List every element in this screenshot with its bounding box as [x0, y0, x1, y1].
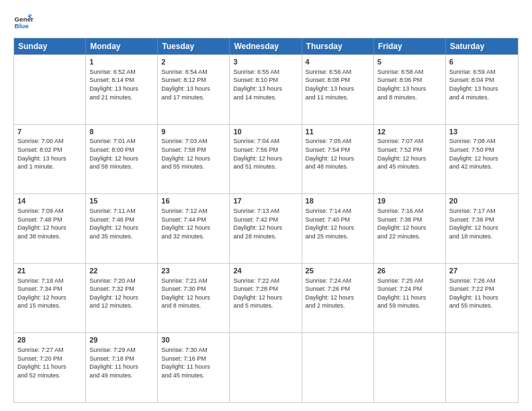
cal-cell: 15Sunrise: 7:11 AM Sunset: 7:46 PM Dayli… [86, 194, 158, 263]
cell-info: Sunrise: 7:08 AM Sunset: 7:50 PM Dayligh… [449, 137, 515, 171]
day-number: 26 [378, 266, 442, 276]
header-day-sunday: Sunday [14, 38, 86, 54]
cal-cell: 14Sunrise: 7:09 AM Sunset: 7:48 PM Dayli… [14, 194, 86, 263]
cal-cell: 12Sunrise: 7:07 AM Sunset: 7:52 PM Dayli… [374, 125, 446, 194]
cell-info: Sunrise: 7:18 AM Sunset: 7:34 PM Dayligh… [17, 277, 82, 310]
cell-info: Sunrise: 7:25 AM Sunset: 7:24 PM Dayligh… [378, 277, 442, 310]
cell-info: Sunrise: 7:24 AM Sunset: 7:26 PM Dayligh… [306, 277, 370, 310]
cal-cell: 13Sunrise: 7:08 AM Sunset: 7:50 PM Dayli… [446, 125, 518, 194]
day-number: 14 [17, 196, 82, 206]
day-number: 21 [17, 266, 82, 276]
cal-cell: 26Sunrise: 7:25 AM Sunset: 7:24 PM Dayli… [374, 264, 446, 333]
cell-info: Sunrise: 7:11 AM Sunset: 7:46 PM Dayligh… [89, 207, 154, 240]
cal-cell [230, 333, 302, 402]
cell-info: Sunrise: 7:20 AM Sunset: 7:32 PM Dayligh… [89, 277, 154, 310]
day-number: 20 [449, 196, 515, 206]
cal-cell [374, 333, 446, 402]
header-day-wednesday: Wednesday [230, 38, 302, 54]
cell-info: Sunrise: 7:12 AM Sunset: 7:44 PM Dayligh… [161, 207, 226, 240]
cell-info: Sunrise: 7:00 AM Sunset: 8:02 PM Dayligh… [17, 137, 82, 171]
day-number: 30 [161, 335, 226, 345]
cal-cell: 27Sunrise: 7:26 AM Sunset: 7:22 PM Dayli… [446, 264, 518, 333]
day-number: 8 [89, 127, 154, 137]
cal-cell: 22Sunrise: 7:20 AM Sunset: 7:32 PM Dayli… [86, 264, 158, 333]
calendar-body: 1Sunrise: 6:52 AM Sunset: 8:14 PM Daylig… [14, 54, 518, 402]
cell-info: Sunrise: 6:52 AM Sunset: 8:14 PM Dayligh… [89, 68, 154, 101]
day-number: 3 [233, 57, 298, 67]
cell-info: Sunrise: 7:09 AM Sunset: 7:48 PM Dayligh… [17, 207, 82, 240]
day-number: 4 [306, 57, 370, 67]
day-number: 23 [161, 266, 226, 276]
svg-text:Blue: Blue [15, 22, 30, 30]
svg-text:General: General [15, 15, 34, 23]
cell-info: Sunrise: 6:55 AM Sunset: 8:10 PM Dayligh… [233, 68, 298, 101]
week-row-3: 21Sunrise: 7:18 AM Sunset: 7:34 PM Dayli… [14, 263, 518, 333]
cal-cell: 17Sunrise: 7:13 AM Sunset: 7:42 PM Dayli… [230, 194, 302, 263]
cal-cell: 11Sunrise: 7:05 AM Sunset: 7:54 PM Dayli… [302, 125, 374, 194]
cal-cell: 6Sunrise: 6:59 AM Sunset: 8:04 PM Daylig… [446, 55, 518, 124]
cal-cell: 2Sunrise: 6:54 AM Sunset: 8:12 PM Daylig… [158, 55, 230, 124]
cal-cell: 24Sunrise: 7:22 AM Sunset: 7:28 PM Dayli… [230, 264, 302, 333]
cell-info: Sunrise: 7:27 AM Sunset: 7:20 PM Dayligh… [17, 346, 82, 379]
header-day-friday: Friday [374, 38, 446, 54]
cal-cell: 5Sunrise: 6:58 AM Sunset: 8:06 PM Daylig… [374, 55, 446, 124]
header-day-saturday: Saturday [446, 38, 518, 54]
day-number: 12 [378, 127, 442, 137]
day-number: 28 [17, 335, 82, 345]
cal-cell: 16Sunrise: 7:12 AM Sunset: 7:44 PM Dayli… [158, 194, 230, 263]
cell-info: Sunrise: 7:01 AM Sunset: 8:00 PM Dayligh… [89, 137, 154, 171]
day-number: 13 [449, 127, 515, 137]
cal-cell: 9Sunrise: 7:03 AM Sunset: 7:58 PM Daylig… [158, 125, 230, 194]
header-day-tuesday: Tuesday [158, 38, 230, 54]
week-row-2: 14Sunrise: 7:09 AM Sunset: 7:48 PM Dayli… [14, 193, 518, 263]
cal-cell: 19Sunrise: 7:16 AM Sunset: 7:38 PM Dayli… [374, 194, 446, 263]
cell-info: Sunrise: 6:58 AM Sunset: 8:06 PM Dayligh… [378, 68, 442, 101]
cell-info: Sunrise: 6:56 AM Sunset: 8:08 PM Dayligh… [306, 68, 370, 101]
cal-cell [14, 55, 86, 124]
cell-info: Sunrise: 7:13 AM Sunset: 7:42 PM Dayligh… [233, 207, 298, 240]
day-number: 9 [161, 127, 226, 137]
cal-cell [446, 333, 518, 402]
logo-icon: General Blue [13, 12, 34, 32]
day-number: 17 [233, 196, 298, 206]
week-row-4: 28Sunrise: 7:27 AM Sunset: 7:20 PM Dayli… [14, 332, 518, 402]
day-number: 11 [306, 127, 370, 137]
cal-cell: 4Sunrise: 6:56 AM Sunset: 8:08 PM Daylig… [302, 55, 374, 124]
day-number: 16 [161, 196, 226, 206]
header-day-thursday: Thursday [302, 38, 374, 54]
cal-cell: 20Sunrise: 7:17 AM Sunset: 7:36 PM Dayli… [446, 194, 518, 263]
day-number: 6 [449, 57, 515, 67]
day-number: 19 [378, 196, 442, 206]
cal-cell: 1Sunrise: 6:52 AM Sunset: 8:14 PM Daylig… [86, 55, 158, 124]
day-number: 27 [449, 266, 515, 276]
day-number: 5 [378, 57, 442, 67]
cell-info: Sunrise: 7:04 AM Sunset: 7:56 PM Dayligh… [233, 137, 298, 171]
cal-cell: 8Sunrise: 7:01 AM Sunset: 8:00 PM Daylig… [86, 125, 158, 194]
day-number: 25 [306, 266, 370, 276]
cell-info: Sunrise: 7:22 AM Sunset: 7:28 PM Dayligh… [233, 277, 298, 310]
day-number: 10 [233, 127, 298, 137]
cell-info: Sunrise: 7:03 AM Sunset: 7:58 PM Dayligh… [161, 137, 226, 171]
day-number: 18 [306, 196, 370, 206]
cal-cell: 3Sunrise: 6:55 AM Sunset: 8:10 PM Daylig… [230, 55, 302, 124]
cal-cell: 10Sunrise: 7:04 AM Sunset: 7:56 PM Dayli… [230, 125, 302, 194]
cal-cell: 21Sunrise: 7:18 AM Sunset: 7:34 PM Dayli… [14, 264, 86, 333]
cell-info: Sunrise: 7:14 AM Sunset: 7:40 PM Dayligh… [306, 207, 370, 240]
cell-info: Sunrise: 7:26 AM Sunset: 7:22 PM Dayligh… [449, 277, 515, 310]
day-number: 1 [89, 57, 154, 67]
day-number: 15 [89, 196, 154, 206]
cal-cell: 25Sunrise: 7:24 AM Sunset: 7:26 PM Dayli… [302, 264, 374, 333]
calendar: SundayMondayTuesdayWednesdayThursdayFrid… [13, 38, 519, 403]
cal-cell: 29Sunrise: 7:29 AM Sunset: 7:18 PM Dayli… [86, 333, 158, 402]
logo: General Blue [13, 12, 34, 32]
day-number: 24 [233, 266, 298, 276]
cell-info: Sunrise: 7:16 AM Sunset: 7:38 PM Dayligh… [378, 207, 442, 240]
cell-info: Sunrise: 7:07 AM Sunset: 7:52 PM Dayligh… [378, 137, 442, 171]
cell-info: Sunrise: 6:54 AM Sunset: 8:12 PM Dayligh… [161, 68, 226, 101]
cal-cell: 23Sunrise: 7:21 AM Sunset: 7:30 PM Dayli… [158, 264, 230, 333]
cell-info: Sunrise: 7:17 AM Sunset: 7:36 PM Dayligh… [449, 207, 515, 240]
cal-cell: 7Sunrise: 7:00 AM Sunset: 8:02 PM Daylig… [14, 125, 86, 194]
day-number: 2 [161, 57, 226, 67]
page-header: General Blue [13, 12, 519, 32]
day-number: 29 [89, 335, 154, 345]
